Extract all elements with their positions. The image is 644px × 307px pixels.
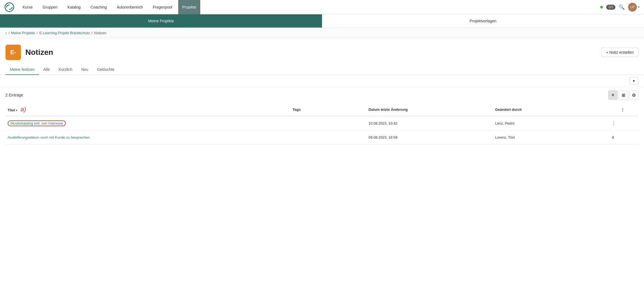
breadcrumb-project[interactable]: E-Learning Projekt Brandschutz (39, 31, 90, 35)
counter-badge: 0/3 (606, 5, 615, 10)
table-row: Auslieferungsdatum noch mit Kunde zu bes… (6, 130, 638, 144)
note-changed-cell-0: Lenz, Pedro (493, 116, 607, 130)
filter-dropdown[interactable]: ▾ (629, 77, 638, 85)
logo[interactable] (4, 2, 14, 12)
breadcrumb-sep-0: / (9, 31, 10, 35)
col-header-actions: ⋮ (607, 103, 638, 116)
user-avatar-dropdown[interactable]: LP ▾ (628, 3, 640, 12)
notes-table-container: Titel ▾ a) Tags Datum letzte Änderung Ge… (0, 103, 644, 144)
breadcrumb-sep-1: / (37, 31, 38, 35)
filter-tab-geloeschte[interactable]: Gelöschte (93, 64, 119, 75)
nav-projekte[interactable]: Projekte (178, 0, 200, 14)
note-tags-cell-1 (290, 130, 366, 144)
page-header: E- Notizen + Notiz erstellen (0, 38, 644, 64)
note-title-cell-0: Musterkatalog evtl. von Interesse (6, 116, 290, 130)
count-row: 2 Einträge ≡ ⊞ ⚙ (0, 87, 644, 103)
tab-meine-projekte[interactable]: Meine Projekte (0, 14, 322, 28)
view-controls: ≡ ⊞ ⚙ (608, 90, 638, 100)
col-header-tags: Tags (290, 103, 366, 116)
note-actions-cell-1: ∧ (607, 130, 638, 144)
filter-row: ▾ (0, 75, 644, 87)
search-button[interactable]: 🔍 (619, 4, 625, 10)
note-actions-button-0[interactable]: ⋮ (609, 119, 618, 127)
breadcrumb-current: Notizen (94, 31, 106, 35)
filter-tab-meine-notizen[interactable]: Meine Notizen (6, 64, 39, 75)
project-icon: E- (6, 45, 21, 60)
actions-col-icon: ⋮ (621, 107, 624, 112)
nav-autorenbereich[interactable]: Autorenbereich (113, 0, 147, 14)
view-settings-button[interactable]: ⚙ (629, 90, 638, 100)
avatar-chevron: ▾ (638, 5, 640, 9)
col-header-date: Datum letzte Änderung (366, 103, 493, 116)
view-grid-button[interactable]: ⊞ (619, 90, 628, 100)
nav-kurse[interactable]: Kurse (19, 0, 37, 14)
note-link-0[interactable]: Musterkatalog evtl. von Interesse (8, 120, 66, 126)
note-actions-cell-0: ⋮ (607, 116, 638, 130)
status-dot (600, 6, 603, 9)
table-header-row: Titel ▾ a) Tags Datum letzte Änderung Ge… (6, 103, 638, 116)
table-row: Musterkatalog evtl. von Interesse 10.08.… (6, 116, 638, 130)
page-title: Notizen (25, 48, 601, 57)
entry-count: 2 Einträge (6, 93, 23, 97)
view-list-button[interactable]: ≡ (608, 90, 618, 100)
breadcrumb: ‹ / Meine Projekte / E-Learning Projekt … (0, 28, 644, 38)
note-actions-button-1[interactable]: ∧ (609, 133, 617, 141)
col-header-changed: Geändert durch (493, 103, 607, 116)
nav-katalog[interactable]: Katalog (64, 0, 84, 14)
note-changed-cell-1: Lorenz, Trini (493, 130, 607, 144)
note-date-cell-0: 10.08.2023, 10:42 (366, 116, 493, 130)
annotation-a-label: a) (21, 106, 26, 113)
breadcrumb-back[interactable]: ‹ (6, 31, 7, 35)
breadcrumb-sep-2: / (91, 31, 93, 35)
avatar: LP (628, 3, 637, 12)
filter-tabs: Meine Notizen Alle Kürzlich Neu Gelöscht… (0, 64, 644, 75)
note-date-cell-1: 09.08.2023, 16:58 (366, 130, 493, 144)
nav-right: 0/3 🔍 LP ▾ (600, 3, 640, 12)
main-tabs: Meine Projekte Projektvorlagen (0, 14, 644, 28)
filter-tab-neu[interactable]: Neu (77, 64, 93, 75)
nav-fragenpool[interactable]: Fragenpool (149, 0, 176, 14)
notes-table: Titel ▾ a) Tags Datum letzte Änderung Ge… (6, 103, 638, 144)
nav-gruppen[interactable]: Gruppen (39, 0, 61, 14)
nav-coaching[interactable]: Coaching (87, 0, 111, 14)
filter-tab-kuerzlich[interactable]: Kürzlich (54, 64, 77, 75)
breadcrumb-meine-projekte[interactable]: Meine Projekte (11, 31, 35, 35)
col-header-title: Titel ▾ a) (6, 103, 290, 116)
navbar: Kurse Gruppen Katalog Coaching Autorenbe… (0, 0, 644, 14)
note-tags-cell-0 (290, 116, 366, 130)
note-title-cell-1: Auslieferungsdatum noch mit Kunde zu bes… (6, 130, 290, 144)
note-link-1[interactable]: Auslieferungsdatum noch mit Kunde zu bes… (8, 135, 90, 139)
filter-dropdown-icon: ▾ (633, 79, 635, 83)
create-note-button[interactable]: + Notiz erstellen (601, 48, 638, 57)
filter-tab-alle[interactable]: Alle (39, 64, 54, 75)
tab-projektvorlagen[interactable]: Projektvorlagen (322, 14, 644, 28)
sort-arrow-title: ▾ (16, 109, 17, 112)
